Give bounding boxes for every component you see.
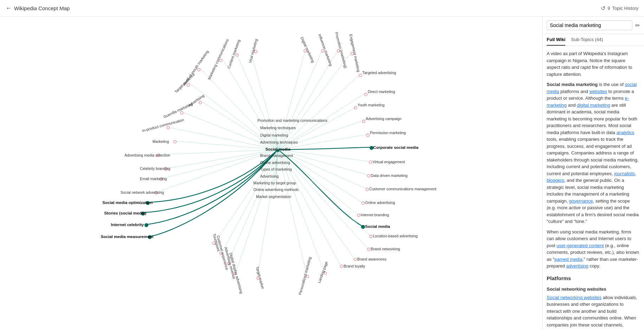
panel-content: A video as part of Wikipedia's Instagram… — [542, 46, 644, 330]
svg-text:Online advertising: Online advertising — [260, 160, 290, 165]
svg-text:Marketing by target group: Marketing by target group — [253, 181, 296, 185]
svg-text:Brand networking: Brand networking — [371, 247, 400, 251]
svg-text:Guerrilla marketing: Guerrilla marketing — [163, 102, 193, 119]
svg-point-121 — [362, 202, 364, 204]
svg-line-35 — [228, 150, 278, 263]
svg-text:Promotion (marketing): Promotion (marketing) — [334, 32, 348, 68]
concept-map-area[interactable]: .node-label { font-size: 11px; font-fami… — [0, 17, 542, 330]
svg-line-29 — [278, 150, 354, 259]
svg-text:Marketing techniques: Marketing techniques — [260, 126, 295, 130]
svg-point-57 — [197, 68, 200, 71]
svg-point-67 — [174, 140, 176, 143]
tab-full-wiki[interactable]: Full Wiki — [547, 37, 565, 46]
intro-text: A video as part of Wikipedia's Instagram… — [547, 50, 640, 78]
svg-point-115 — [369, 161, 372, 164]
svg-text:Promotion and marketing commun: Promotion and marketing communications — [258, 118, 327, 123]
svg-text:Virtual engagement: Virtual engagement — [372, 160, 405, 164]
svg-point-59 — [187, 84, 190, 86]
concept-map-svg: .node-label { font-size: 11px; font-fami… — [0, 17, 542, 330]
svg-point-109 — [362, 120, 365, 123]
back-icon: ← — [6, 5, 12, 12]
svg-point-61 — [199, 101, 202, 104]
svg-text:Marketing: Marketing — [152, 139, 169, 144]
svg-text:Digital marketing: Digital marketing — [300, 36, 315, 63]
svg-point-65 — [167, 126, 170, 129]
svg-text:Permission marketing: Permission marketing — [370, 131, 406, 135]
svg-point-131 — [354, 258, 357, 261]
svg-text:Youth marketing: Youth marketing — [358, 103, 385, 107]
svg-text:In-product communication: In-product communication — [142, 118, 184, 133]
svg-text:Customer communications manage: Customer communications management — [369, 187, 436, 191]
svg-text:Types of marketing: Types of marketing — [260, 167, 292, 171]
search-input[interactable] — [547, 20, 632, 30]
svg-line-17 — [278, 75, 360, 150]
svg-line-20 — [278, 121, 363, 150]
svg-text:Targeted advertising: Targeted advertising — [362, 71, 396, 75]
svg-point-81 — [145, 224, 148, 227]
edit-icon[interactable]: ✏ — [635, 22, 640, 29]
svg-text:Advertising media selection: Advertising media selection — [125, 153, 170, 157]
svg-point-50 — [277, 149, 279, 152]
app-header: ← Wikipedia Concept Map ↺ 9 Topic Histor… — [0, 0, 644, 17]
svg-text:Market segmentation: Market segmentation — [256, 194, 291, 199]
svg-text:Online advertising: Online advertising — [365, 200, 395, 205]
svg-text:Online advertising methods: Online advertising methods — [253, 187, 299, 192]
social-networking-para: Social networking websites allow individ… — [547, 294, 640, 330]
svg-text:Brand awareness: Brand awareness — [357, 257, 386, 261]
svg-text:Advertising: Advertising — [260, 174, 279, 178]
svg-line-36 — [222, 150, 278, 253]
svg-text:Personalized marketing: Personalized marketing — [298, 256, 312, 295]
svg-text:Brand loyalty: Brand loyalty — [344, 264, 365, 268]
svg-point-129 — [367, 248, 370, 251]
tab-subtopics[interactable]: Sub-Topics (44) — [571, 37, 603, 46]
svg-text:Social media: Social media — [365, 224, 390, 229]
history-icon: ↺ — [601, 5, 605, 12]
svg-text:Landing page: Landing page — [317, 261, 328, 284]
svg-point-117 — [367, 174, 370, 177]
topic-history-count: 9 — [607, 6, 610, 11]
svg-point-127 — [370, 235, 372, 238]
app-title: Wikipedia Concept Map — [14, 5, 70, 11]
svg-text:Digital marketing: Digital marketing — [260, 133, 288, 137]
svg-text:Social media measurement: Social media measurement — [101, 234, 154, 239]
svg-point-105 — [364, 93, 367, 96]
right-panel: ✏ Full Wiki Sub-Topics (44) A video as p… — [542, 17, 644, 330]
svg-text:Target market: Target market — [255, 266, 265, 289]
svg-text:Internet branding: Internet branding — [360, 213, 389, 217]
topic-history-label: Topic History — [612, 6, 638, 11]
svg-point-119 — [366, 188, 369, 191]
svg-text:Social network advertising: Social network advertising — [121, 190, 164, 194]
svg-line-7 — [169, 127, 278, 150]
svg-text:Marketing communications: Marketing communications — [207, 38, 229, 80]
svg-text:Celebrity branding: Celebrity branding — [140, 166, 170, 171]
svg-point-133 — [340, 265, 343, 268]
ugc-paragraph: When using social media marketing, firms… — [547, 229, 640, 270]
svg-line-28 — [278, 150, 368, 249]
back-button[interactable]: ← Wikipedia Concept Map — [6, 5, 70, 12]
svg-text:Brand management: Brand management — [260, 153, 293, 158]
svg-text:Advertising campaign: Advertising campaign — [366, 117, 402, 121]
main-layout: .node-label { font-size: 11px; font-fami… — [0, 17, 644, 330]
panel-header: ✏ — [542, 17, 644, 34]
svg-text:Content marketing: Content marketing — [227, 39, 241, 69]
platforms-heading: Platforms — [547, 275, 640, 283]
svg-text:Social media optimization: Social media optimization — [103, 200, 153, 205]
svg-text:Data driven marketing: Data driven marketing — [371, 173, 408, 178]
svg-text:Target audience: Target audience — [174, 72, 195, 94]
svg-text:Email marketing: Email marketing — [140, 177, 167, 181]
svg-point-123 — [357, 214, 360, 217]
svg-text:Advertising techniques: Advertising techniques — [260, 140, 298, 144]
svg-point-63 — [181, 112, 183, 114]
topic-history-button[interactable]: ↺ 9 Topic History — [601, 5, 638, 12]
svg-point-53 — [236, 54, 239, 57]
svg-text:Stories (social media): Stories (social media) — [104, 211, 146, 215]
svg-text:Internet celebrity: Internet celebrity — [111, 222, 144, 227]
svg-point-107 — [354, 106, 357, 109]
main-description: Social media marketing is the use of soc… — [547, 81, 640, 225]
svg-point-113 — [370, 146, 373, 150]
svg-text:Location-based advertising: Location-based advertising — [373, 234, 417, 238]
svg-text:Corporate social media: Corporate social media — [373, 145, 418, 150]
svg-text:Influencer marketing: Influencer marketing — [318, 33, 333, 67]
svg-point-125 — [361, 225, 365, 229]
svg-point-103 — [359, 74, 362, 77]
